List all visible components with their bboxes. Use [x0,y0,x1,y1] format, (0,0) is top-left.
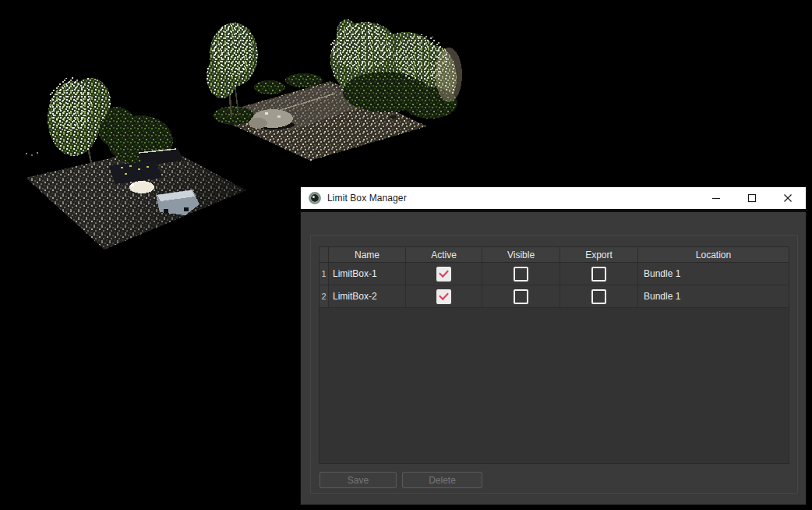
export-cell [560,285,638,308]
titlebar-shadow [301,209,806,212]
window-title: Limit Box Manager [327,193,407,204]
active-checkbox[interactable] [436,289,451,304]
visible-checkbox[interactable] [514,289,528,304]
delete-button[interactable]: Delete [402,472,482,488]
visible-cell [482,285,560,308]
row-number-header[interactable] [320,247,329,263]
name-cell[interactable]: LimitBox-2 [329,285,406,308]
table-row[interactable]: 2 LimitBox-2 Bundle 1 [320,285,789,308]
maximize-icon [747,193,757,203]
column-header-name[interactable]: Name [329,247,406,263]
minimize-button[interactable] [698,187,734,209]
row-number[interactable]: 1 [320,263,329,285]
location-cell[interactable]: Bundle 1 [638,263,789,285]
visible-checkbox[interactable] [514,267,528,282]
close-button[interactable] [770,187,806,209]
export-checkbox[interactable] [591,267,606,282]
visible-cell [482,263,560,285]
active-cell [406,285,482,308]
table-row[interactable]: 1 LimitBox-1 Bundle 1 [320,263,789,285]
limit-box-table[interactable]: Name Active Visible Export Location 1 Li… [319,246,789,464]
export-checkbox[interactable] [591,289,606,304]
close-icon [783,193,793,203]
point-cloud-right [207,19,462,161]
column-header-active[interactable]: Active [406,247,482,263]
export-cell [560,263,638,285]
limit-box-manager-window: Limit Box Manager Name Active Visible [301,187,806,505]
table-header-row: Name Active Visible Export Location [320,247,789,263]
minimize-icon [711,193,721,203]
row-number[interactable]: 2 [320,285,329,308]
column-header-visible[interactable]: Visible [482,247,560,263]
maximize-button[interactable] [734,187,770,209]
active-checkbox[interactable] [436,267,451,282]
save-button[interactable]: Save [320,472,397,488]
point-cloud-left [26,77,246,250]
column-header-location[interactable]: Location [638,247,789,263]
name-cell[interactable]: LimitBox-1 [329,263,406,285]
column-header-export[interactable]: Export [560,247,638,263]
location-cell[interactable]: Bundle 1 [638,285,789,308]
titlebar[interactable]: Limit Box Manager [301,187,806,209]
active-cell [406,263,482,285]
app-icon [309,192,321,204]
